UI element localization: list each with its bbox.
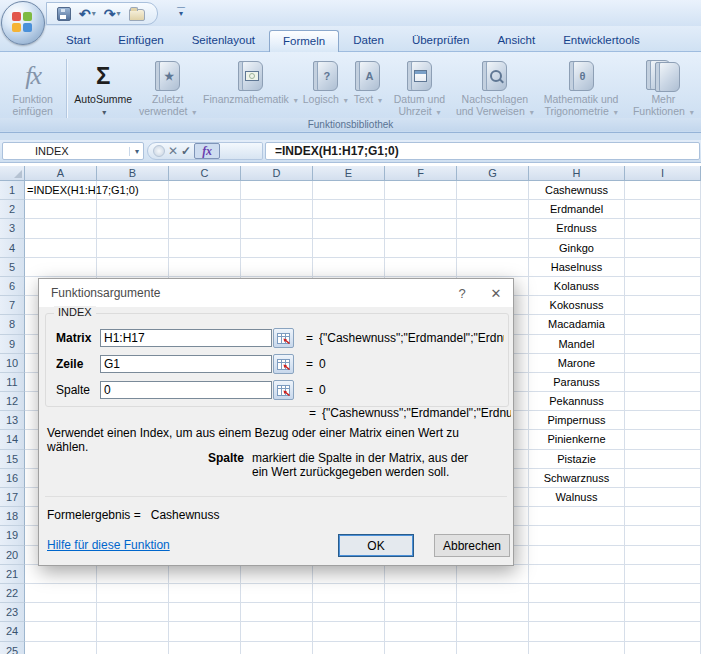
text-functions-button[interactable]: A Text ▾ (351, 57, 385, 123)
zeile-input[interactable] (100, 355, 272, 373)
select-all-corner[interactable] (0, 166, 25, 181)
cell-I2[interactable] (625, 200, 701, 219)
formula-input[interactable]: =INDEX(H1:H17;G1;0) (265, 142, 700, 160)
cell-A4[interactable] (25, 239, 97, 258)
ok-button[interactable]: OK (338, 534, 414, 557)
cell-H17[interactable]: Walnuss (529, 488, 625, 507)
cell-H15[interactable]: Pistazie (529, 450, 625, 469)
cell-A5[interactable] (25, 258, 97, 277)
cell-B22[interactable] (97, 584, 169, 603)
tab-einfuegen[interactable]: Einfügen (104, 29, 177, 51)
cell-E24[interactable] (313, 622, 385, 641)
row-header-23[interactable]: 23 (0, 603, 25, 622)
cell-I8[interactable] (625, 315, 701, 334)
more-functions-button[interactable]: Mehr Funktionen ▾ (627, 57, 700, 123)
cell-H2[interactable]: Erdmandel (529, 200, 625, 219)
row-header-21[interactable]: 21 (0, 565, 25, 584)
cell-H9[interactable]: Mandel (529, 335, 625, 354)
cell-G21[interactable] (457, 565, 529, 584)
row-header-1[interactable]: 1 (0, 181, 25, 200)
math-trig-button[interactable]: θ Mathematik und Trigonometrie ▾ (537, 57, 624, 123)
cell-C3[interactable] (169, 219, 241, 238)
cell-B5[interactable] (97, 258, 169, 277)
cell-C2[interactable] (169, 200, 241, 219)
cell-H11[interactable]: Paranuss (529, 373, 625, 392)
redo-button[interactable]: ↷▾ (102, 7, 123, 21)
cell-F22[interactable] (385, 584, 457, 603)
cell-E4[interactable] (313, 239, 385, 258)
cell-D2[interactable] (241, 200, 313, 219)
spalte-input[interactable] (100, 381, 272, 399)
cell-I17[interactable] (625, 488, 701, 507)
autosum-button[interactable]: Σ AutoSumme ▾ (72, 57, 133, 123)
cell-I6[interactable] (625, 277, 701, 296)
cell-G4[interactable] (457, 239, 529, 258)
range-selector-button[interactable] (273, 328, 294, 348)
cell-I14[interactable] (625, 430, 701, 449)
column-header-C[interactable]: C (169, 166, 241, 181)
cell-A1[interactable]: =INDEX(H1:H17;G1;0) (25, 181, 97, 200)
column-header-F[interactable]: F (385, 166, 457, 181)
cell-B4[interactable] (97, 239, 169, 258)
logical-button[interactable]: ? Logisch ▾ (301, 57, 349, 123)
cell-E1[interactable] (313, 181, 385, 200)
cell-H16[interactable]: Schwarznuss (529, 469, 625, 488)
cell-I21[interactable] (625, 565, 701, 584)
financial-button[interactable]: Finanzmathematik ▾ (201, 57, 299, 123)
enter-entry-button[interactable]: ✓ (181, 144, 191, 158)
open-button[interactable] (127, 6, 147, 22)
column-header-I[interactable]: I (625, 166, 701, 181)
cell-H13[interactable]: Pimpernuss (529, 411, 625, 430)
cell-D24[interactable] (241, 622, 313, 641)
customize-quick-access-button[interactable]: —▾ (174, 3, 188, 17)
dialog-title-bar[interactable]: Funktionsargumente ? ✕ (39, 279, 513, 307)
tab-ansicht[interactable]: Ansicht (483, 29, 549, 51)
cell-F3[interactable] (385, 219, 457, 238)
redo-dropdown-icon[interactable]: ▾ (116, 9, 120, 18)
cell-H22[interactable] (529, 584, 625, 603)
cell-B2[interactable] (97, 200, 169, 219)
cell-I5[interactable] (625, 258, 701, 277)
row-header-6[interactable]: 6 (0, 277, 25, 296)
column-header-E[interactable]: E (313, 166, 385, 181)
cell-I15[interactable] (625, 450, 701, 469)
row-header-25[interactable]: 25 (0, 642, 25, 654)
row-header-20[interactable]: 20 (0, 546, 25, 565)
cell-F24[interactable] (385, 622, 457, 641)
cell-A25[interactable] (25, 642, 97, 654)
cell-I24[interactable] (625, 622, 701, 641)
cell-I9[interactable] (625, 335, 701, 354)
cell-C21[interactable] (169, 565, 241, 584)
row-header-10[interactable]: 10 (0, 354, 25, 373)
row-header-24[interactable]: 24 (0, 622, 25, 641)
cell-H14[interactable]: Pinienkerne (529, 430, 625, 449)
cell-A21[interactable] (25, 565, 97, 584)
cell-C22[interactable] (169, 584, 241, 603)
cell-I25[interactable] (625, 642, 701, 654)
column-header-G[interactable]: G (457, 166, 529, 181)
row-header-12[interactable]: 12 (0, 392, 25, 411)
cell-E21[interactable] (313, 565, 385, 584)
tab-seitenlayout[interactable]: Seitenlayout (178, 29, 269, 51)
cell-F4[interactable] (385, 239, 457, 258)
cell-H12[interactable]: Pekannuss (529, 392, 625, 411)
cell-D3[interactable] (241, 219, 313, 238)
range-selector-button[interactable] (273, 380, 294, 400)
cell-C24[interactable] (169, 622, 241, 641)
cell-I23[interactable] (625, 603, 701, 622)
row-header-18[interactable]: 18 (0, 507, 25, 526)
row-header-15[interactable]: 15 (0, 450, 25, 469)
tab-start[interactable]: Start (52, 29, 104, 51)
recently-used-button[interactable]: ★ Zuletzt verwendet ▾ (136, 57, 199, 123)
cell-I16[interactable] (625, 469, 701, 488)
date-time-button[interactable]: Datum und Uhrzeit ▾ (387, 57, 452, 123)
cell-I19[interactable] (625, 526, 701, 545)
cell-I11[interactable] (625, 373, 701, 392)
cell-B24[interactable] (97, 622, 169, 641)
cell-C25[interactable] (169, 642, 241, 654)
row-header-11[interactable]: 11 (0, 373, 25, 392)
row-header-4[interactable]: 4 (0, 239, 25, 258)
row-header-8[interactable]: 8 (0, 315, 25, 334)
insert-function-fx-button[interactable]: fx (194, 143, 220, 159)
cell-B3[interactable] (97, 219, 169, 238)
